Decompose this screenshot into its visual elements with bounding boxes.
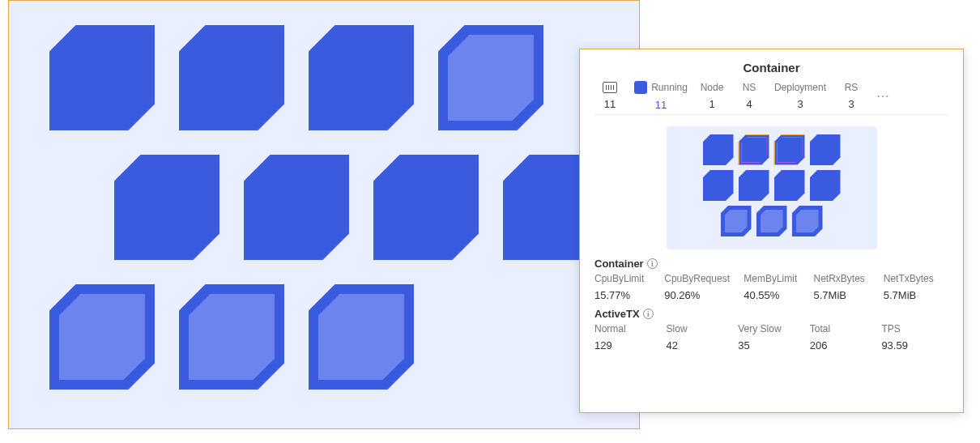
mini-container-tile[interactable]	[739, 170, 769, 201]
mini-container-map	[667, 126, 877, 249]
panel-title: Container	[594, 61, 948, 75]
metric-col: Normal 129	[594, 323, 662, 351]
metric-col: Very Slow 35	[738, 323, 805, 351]
stat-ns[interactable]: NS 4	[734, 82, 765, 110]
metric-label: TPS	[881, 323, 948, 334]
metric-value: 129	[594, 339, 662, 351]
container-tile[interactable]	[309, 25, 414, 130]
stat-label: Running	[651, 82, 688, 93]
metric-col: CpuByRequest 90.26%	[664, 273, 739, 301]
container-tile[interactable]	[49, 284, 155, 390]
metric-value: 93.59	[881, 339, 948, 351]
container-tile[interactable]	[373, 155, 479, 260]
stat-rs[interactable]: RS 3	[836, 82, 867, 110]
mini-row	[673, 134, 871, 165]
metric-value: 5.7MiB	[814, 289, 879, 301]
stat-value: 11	[655, 99, 667, 111]
section-title-text: Container	[594, 258, 644, 270]
more-menu-icon[interactable]: ⋯	[873, 88, 893, 104]
stat-value: 11	[604, 98, 616, 110]
mini-container-tile[interactable]	[774, 170, 805, 201]
info-icon[interactable]: i	[647, 258, 658, 269]
container-grid	[25, 25, 623, 390]
metric-label: MemByLimit	[744, 273, 808, 284]
stat-label: RS	[845, 82, 859, 93]
section-title-text: ActiveTX	[594, 308, 640, 320]
chip-icon	[603, 82, 617, 93]
grid-row	[114, 155, 623, 260]
container-tile[interactable]	[179, 284, 284, 390]
metric-col: Total 206	[810, 323, 877, 351]
activetx-metrics-section: ActiveTX i Normal 129 Slow 42 Very Slow …	[594, 308, 948, 351]
stat-value: 3	[797, 98, 803, 110]
section-title: ActiveTX i	[594, 308, 948, 320]
stat-node[interactable]: Node 1	[697, 82, 727, 110]
stat-deployment[interactable]: Deployment 3	[771, 82, 829, 110]
container-tile[interactable]	[114, 155, 219, 260]
stat-value: 3	[848, 98, 854, 110]
metric-label: CpuByLimit	[594, 273, 659, 284]
metric-col: NetTxBytes 5.7MiB	[884, 273, 948, 301]
metric-label: Normal	[594, 323, 662, 334]
metric-value: 90.26%	[664, 289, 739, 301]
metric-value: 5.7MiB	[884, 289, 948, 301]
mini-container-tile-selected[interactable]	[739, 134, 769, 165]
metric-value: 206	[810, 339, 877, 351]
container-tile[interactable]	[49, 25, 155, 130]
container-tile[interactable]	[244, 155, 349, 260]
stat-label: Node	[701, 82, 724, 93]
grid-row	[49, 25, 623, 130]
metric-label: Very Slow	[738, 323, 805, 334]
mini-container-tile[interactable]	[756, 206, 787, 236]
stat-running[interactable]: Running 11	[632, 81, 690, 111]
mini-container-tile[interactable]	[703, 170, 734, 201]
mini-container-tile[interactable]	[703, 134, 734, 165]
mini-container-tile[interactable]	[721, 206, 752, 236]
container-tile[interactable]	[309, 284, 414, 390]
stat-total[interactable]: 11	[594, 82, 625, 110]
metric-col: MemByLimit 40.55%	[744, 273, 808, 301]
stat-value: 1	[709, 98, 714, 110]
mini-container-tile[interactable]	[792, 206, 823, 236]
mini-row	[673, 206, 871, 236]
mini-container-tile[interactable]	[810, 170, 841, 201]
metric-col: Slow 42	[667, 323, 734, 351]
container-map-panel	[8, 0, 640, 429]
metric-value: 15.77%	[594, 289, 659, 301]
metric-label: CpuByRequest	[664, 273, 739, 284]
container-metrics-section: Container i CpuByLimit 15.77% CpuByReque…	[594, 258, 948, 301]
grid-row	[49, 284, 623, 390]
metric-label: NetRxBytes	[814, 273, 879, 284]
info-icon[interactable]: i	[643, 309, 654, 319]
metric-value: 35	[738, 339, 805, 351]
mini-container-tile[interactable]	[810, 134, 841, 165]
mini-container-tile-selected[interactable]	[774, 134, 805, 165]
metric-value: 40.55%	[744, 289, 808, 301]
container-tile[interactable]	[438, 25, 543, 130]
metric-col: CpuByLimit 15.77%	[594, 273, 659, 301]
metric-label: NetTxBytes	[884, 273, 948, 284]
metric-col: TPS 93.59	[881, 323, 948, 351]
summary-stats-row: 11 Running 11 Node 1 NS 4 Deployment 3 R…	[594, 81, 948, 115]
metric-row: CpuByLimit 15.77% CpuByRequest 90.26% Me…	[594, 273, 948, 301]
stat-label: Deployment	[774, 82, 826, 93]
mini-row	[673, 170, 871, 201]
metric-col: NetRxBytes 5.7MiB	[814, 273, 879, 301]
container-tile[interactable]	[179, 25, 284, 130]
stat-label: NS	[743, 82, 756, 93]
section-title: Container i	[594, 258, 948, 270]
metric-row: Normal 129 Slow 42 Very Slow 35 Total 20…	[594, 323, 948, 351]
metric-label: Total	[810, 323, 877, 334]
metric-value: 42	[667, 339, 734, 351]
container-detail-panel: Container 11 Running 11 Node 1 NS 4 Depl…	[579, 49, 964, 413]
stat-value: 4	[746, 98, 752, 110]
metric-label: Slow	[667, 323, 734, 334]
running-swatch-icon	[634, 81, 647, 94]
